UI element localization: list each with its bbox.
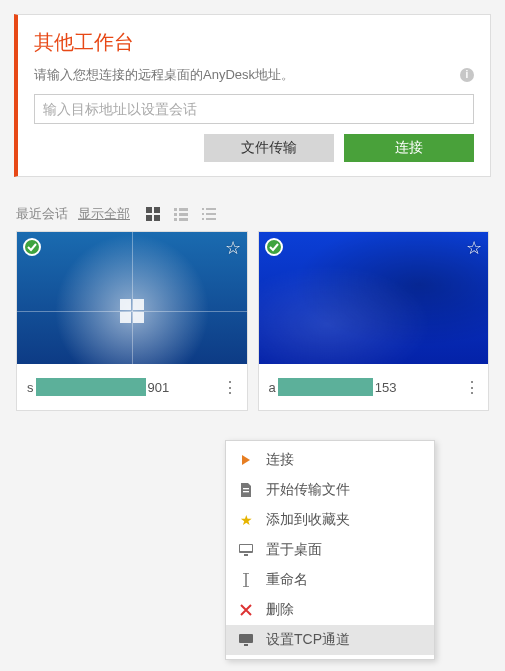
- svg-rect-1: [154, 207, 160, 213]
- menu-place-desktop[interactable]: 置于桌面: [226, 535, 434, 565]
- svg-rect-10: [202, 208, 204, 210]
- menu-item-label: 删除: [266, 601, 294, 619]
- monitor-icon: [238, 634, 254, 646]
- svg-rect-7: [179, 213, 188, 216]
- menu-item-label: 设置TCP通道: [266, 631, 350, 649]
- menu-tcp-tunnel[interactable]: 设置TCP通道: [226, 625, 434, 655]
- menu-item-label: 开始传输文件: [266, 481, 350, 499]
- session-label-prefix: a: [269, 380, 276, 395]
- favorite-star-icon[interactable]: ☆: [225, 237, 241, 259]
- file-transfer-button[interactable]: 文件传输: [204, 134, 334, 162]
- menu-start-transfer[interactable]: 开始传输文件: [226, 475, 434, 505]
- menu-item-label: 重命名: [266, 571, 308, 589]
- session-card[interactable]: ☆ a 153 ⋮: [258, 231, 490, 411]
- desktop-icon: [238, 544, 254, 556]
- windows-logo-icon: [120, 299, 144, 323]
- session-cards: ☆ s 901 ⋮ ☆ a 153 ⋮: [0, 231, 505, 411]
- file-icon: [238, 483, 254, 497]
- session-more-icon[interactable]: ⋮: [221, 378, 241, 397]
- svg-rect-3: [154, 215, 160, 221]
- star-icon: ★: [238, 512, 254, 528]
- menu-delete[interactable]: 删除: [226, 595, 434, 625]
- svg-rect-9: [179, 218, 188, 221]
- menu-item-label: 添加到收藏夹: [266, 511, 350, 529]
- other-workstations-panel: 其他工作台 请输入您想连接的远程桌面的AnyDesk地址。 i 文件传输 连接: [14, 14, 491, 177]
- svg-rect-15: [206, 218, 216, 220]
- menu-item-label: 置于桌面: [266, 541, 322, 559]
- svg-rect-17: [243, 491, 249, 492]
- view-mode-icons: [146, 207, 216, 221]
- connect-button[interactable]: 连接: [344, 134, 474, 162]
- session-label-prefix: s: [27, 380, 34, 395]
- svg-rect-2: [146, 215, 152, 221]
- session-label-suffix: 153: [375, 380, 397, 395]
- view-details-icon[interactable]: [202, 207, 216, 221]
- svg-rect-16: [243, 488, 249, 489]
- session-card-footer: a 153 ⋮: [259, 364, 489, 410]
- panel-desc-row: 请输入您想连接的远程桌面的AnyDesk地址。 i: [34, 66, 474, 84]
- svg-rect-21: [239, 634, 253, 643]
- menu-add-favorite[interactable]: ★ 添加到收藏夹: [226, 505, 434, 535]
- svg-rect-5: [179, 208, 188, 211]
- session-thumbnail: ☆: [259, 232, 489, 364]
- menu-rename[interactable]: 重命名: [226, 565, 434, 595]
- online-badge-icon: [23, 238, 41, 256]
- context-menu: 连接 开始传输文件 ★ 添加到收藏夹 置于桌面 重命名 删除 设置TCP通道: [225, 440, 435, 660]
- svg-rect-6: [174, 213, 177, 216]
- favorite-star-icon[interactable]: ☆: [466, 237, 482, 259]
- session-more-icon[interactable]: ⋮: [462, 378, 482, 397]
- redacted-block: [36, 378, 146, 396]
- svg-rect-22: [244, 644, 248, 646]
- svg-rect-19: [240, 545, 252, 551]
- svg-rect-11: [206, 208, 216, 210]
- svg-rect-14: [202, 218, 204, 220]
- redacted-block: [278, 378, 373, 396]
- text-cursor-icon: [238, 573, 254, 587]
- recent-sessions-header: 最近会话 显示全部: [16, 205, 489, 223]
- view-list-icon[interactable]: [174, 207, 188, 221]
- svg-rect-8: [174, 218, 177, 221]
- close-icon: [238, 604, 254, 616]
- panel-title: 其他工作台: [34, 29, 474, 56]
- menu-item-label: 连接: [266, 451, 294, 469]
- svg-rect-20: [244, 554, 248, 556]
- show-all-link[interactable]: 显示全部: [78, 205, 130, 223]
- address-input[interactable]: [34, 94, 474, 124]
- online-badge-icon: [265, 238, 283, 256]
- menu-connect[interactable]: 连接: [226, 445, 434, 475]
- play-icon: [238, 454, 254, 466]
- session-thumbnail: ☆: [17, 232, 247, 364]
- button-row: 文件传输 连接: [34, 134, 474, 162]
- session-card-footer: s 901 ⋮: [17, 364, 247, 410]
- recent-sessions-label: 最近会话: [16, 205, 68, 223]
- svg-rect-13: [206, 213, 216, 215]
- svg-rect-4: [174, 208, 177, 211]
- info-icon[interactable]: i: [460, 68, 474, 82]
- session-label-suffix: 901: [148, 380, 170, 395]
- view-grid-icon[interactable]: [146, 207, 160, 221]
- session-card[interactable]: ☆ s 901 ⋮: [16, 231, 248, 411]
- panel-desc: 请输入您想连接的远程桌面的AnyDesk地址。: [34, 66, 294, 84]
- svg-rect-12: [202, 213, 204, 215]
- svg-rect-0: [146, 207, 152, 213]
